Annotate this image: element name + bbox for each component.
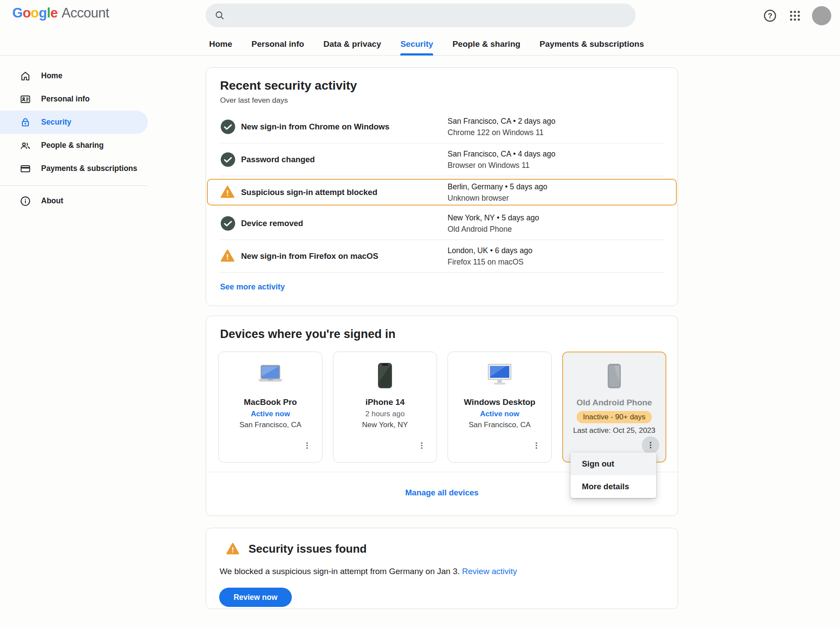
- sidebar-item-label: Personal info: [41, 94, 90, 104]
- device-location: San Francisco, CA: [448, 421, 551, 429]
- device-menu-kebab-icon[interactable]: [298, 437, 316, 454]
- sidebar-item-payments-subscriptions[interactable]: Payments & subscriptions: [0, 157, 148, 180]
- activity-rows: New sign-in from Chrome on Windows San F…: [206, 111, 678, 273]
- people-icon: [20, 140, 31, 151]
- primary-tabs: Home Personal info Data & privacy Securi…: [209, 34, 644, 56]
- help-button[interactable]: ?: [761, 7, 779, 24]
- activity-label: Device removed: [241, 219, 448, 228]
- activity-meta-line2: Chrome 122 on Windows 11: [448, 127, 664, 138]
- device-card-old-android-phone[interactable]: Old Android Phone Inactive - 90+ days La…: [562, 352, 666, 463]
- device-status: 2 hours ago: [333, 410, 437, 418]
- tab-data-privacy[interactable]: Data & privacy: [323, 34, 381, 56]
- check-circle-icon: [220, 216, 236, 231]
- sidebar-item-personal-info[interactable]: Personal info: [0, 87, 148, 111]
- warning-triangle-icon: [226, 542, 240, 556]
- activity-label: Suspicious sign-in attempt blocked: [241, 188, 448, 197]
- see-more-activity-link[interactable]: See more activity: [220, 282, 285, 292]
- security-issues-card: Security issues found We blocked a suspi…: [206, 528, 678, 609]
- activity-meta-line1: London, UK • 6 days ago: [448, 245, 664, 256]
- activity-meta-line1: New York, NY • 5 days ago: [448, 212, 664, 223]
- activity-label: Password changed: [241, 155, 448, 164]
- smartphone-icon: [333, 363, 437, 388]
- tab-security[interactable]: Security: [400, 34, 433, 56]
- device-menu-kebab-icon[interactable]: [528, 437, 545, 454]
- device-status: Active now: [219, 410, 322, 418]
- warning-triangle-icon: [220, 248, 236, 264]
- device-card-macbook-pro[interactable]: MacBook Pro Active now San Francisco, CA: [218, 352, 322, 463]
- sidebar-divider: [0, 185, 148, 186]
- tab-people-sharing[interactable]: People & sharing: [452, 34, 520, 56]
- sidebar-item-label: About: [41, 196, 63, 206]
- activity-label: New sign-in from Chrome on Windows: [241, 122, 448, 132]
- activity-meta: San Francisco, CA • 4 days ago Browser o…: [448, 148, 664, 171]
- activity-row[interactable]: Password changed San Francisco, CA • 4 d…: [219, 143, 665, 176]
- contact-card-icon: [20, 94, 31, 105]
- sidebar-item-label: Home: [41, 71, 63, 80]
- search-input[interactable]: [231, 11, 636, 20]
- device-name: Windows Desktop: [448, 397, 551, 407]
- sidebar-item-security[interactable]: Security: [0, 111, 148, 134]
- activity-meta-line2: Firefox 115 on macOS: [448, 256, 664, 268]
- smartphone-gray-icon: [563, 364, 665, 388]
- activity-meta-line1: San Francisco, CA • 2 days ago: [448, 115, 664, 127]
- device-location: San Francisco, CA: [219, 421, 322, 429]
- sidebar-item-home[interactable]: Home: [0, 64, 148, 87]
- tab-home[interactable]: Home: [209, 34, 232, 56]
- sidebar-item-about[interactable]: About: [0, 189, 148, 212]
- product-name: Account: [62, 5, 109, 21]
- recent-security-activity-card: Recent security activity Over last feven…: [206, 67, 678, 306]
- device-status: Active now: [448, 410, 551, 418]
- info-icon: [20, 195, 31, 207]
- google-account-logo[interactable]: Google Account: [12, 5, 109, 21]
- menu-item-sign-out[interactable]: Sign out: [570, 453, 656, 475]
- review-activity-link[interactable]: Review activity: [462, 567, 517, 576]
- activity-meta: San Francisco, CA • 2 days ago Chrome 12…: [448, 115, 664, 138]
- device-context-menu: Sign out More details: [570, 453, 656, 498]
- inactive-badge: Inactive - 90+ days: [577, 411, 651, 423]
- device-location: New York, NY: [333, 421, 437, 429]
- device-menu-kebab-icon[interactable]: [642, 436, 659, 454]
- issues-message-text: We blocked a suspicious sign-in attempt …: [220, 567, 460, 576]
- activity-row[interactable]: New sign-in from Chrome on Windows San F…: [219, 111, 665, 143]
- check-circle-icon: [220, 152, 236, 167]
- review-now-button[interactable]: Review now: [219, 588, 292, 607]
- home-icon: [20, 70, 31, 82]
- activity-meta: London, UK • 6 days ago Firefox 115 on m…: [448, 245, 664, 268]
- device-menu-kebab-icon[interactable]: [413, 437, 430, 454]
- warning-triangle-icon: [220, 185, 236, 200]
- device-card-iphone-14[interactable]: iPhone 14 2 hours ago New York, NY: [333, 352, 437, 463]
- google-wordmark: Google: [12, 5, 58, 21]
- activity-meta: New York, NY • 5 days ago Old Android Ph…: [448, 212, 664, 235]
- tab-payments-subscriptions[interactable]: Payments & subscriptions: [539, 34, 644, 56]
- activity-meta-line2: Unknown browser: [448, 192, 664, 204]
- tab-personal-info[interactable]: Personal info: [252, 34, 304, 56]
- top-bar: Google Account ? Home Personal info Data…: [0, 0, 840, 56]
- sidebar-item-people-sharing[interactable]: People & sharing: [0, 134, 148, 157]
- activity-meta: Berlin, Germany • 5 days ago Unknown bro…: [448, 181, 664, 204]
- manage-all-devices-link[interactable]: Manage all devices: [405, 488, 479, 497]
- device-name: Old Android Phone: [563, 398, 665, 408]
- svg-text:?: ?: [768, 12, 772, 20]
- issues-title: Security issues found: [248, 541, 367, 556]
- laptop-icon: [219, 363, 322, 388]
- activity-meta-line1: Berlin, Germany • 5 days ago: [448, 181, 664, 192]
- apps-grid-icon[interactable]: [786, 7, 804, 24]
- activity-meta-line2: Old Android Phone: [448, 223, 664, 235]
- check-circle-icon: [220, 119, 236, 135]
- activity-row[interactable]: New sign-in from Firefox on macOS London…: [219, 240, 665, 273]
- device-last-active: Last active: Oct 25, 2023: [563, 426, 665, 435]
- activity-title: Recent security activity: [220, 78, 664, 93]
- lock-icon: [20, 117, 31, 128]
- activity-subtitle: Over last feven days: [220, 96, 664, 105]
- menu-item-more-details[interactable]: More details: [570, 475, 656, 498]
- issues-message: We blocked a suspicious sign-in attempt …: [220, 566, 664, 577]
- device-name: iPhone 14: [333, 397, 437, 407]
- sidebar-item-label: Security: [41, 118, 71, 127]
- activity-label: New sign-in from Firefox on macOS: [241, 251, 448, 261]
- device-card-windows-desktop[interactable]: Windows Desktop Active now San Francisco…: [448, 352, 552, 463]
- devices-title: Devices where you're signed in: [220, 327, 664, 341]
- avatar[interactable]: [812, 6, 831, 25]
- activity-row-highlighted[interactable]: Suspicious sign-in attempt blocked Berli…: [207, 179, 677, 206]
- search-bar[interactable]: [206, 3, 636, 27]
- activity-row[interactable]: Device removed New York, NY • 5 days ago…: [219, 207, 665, 240]
